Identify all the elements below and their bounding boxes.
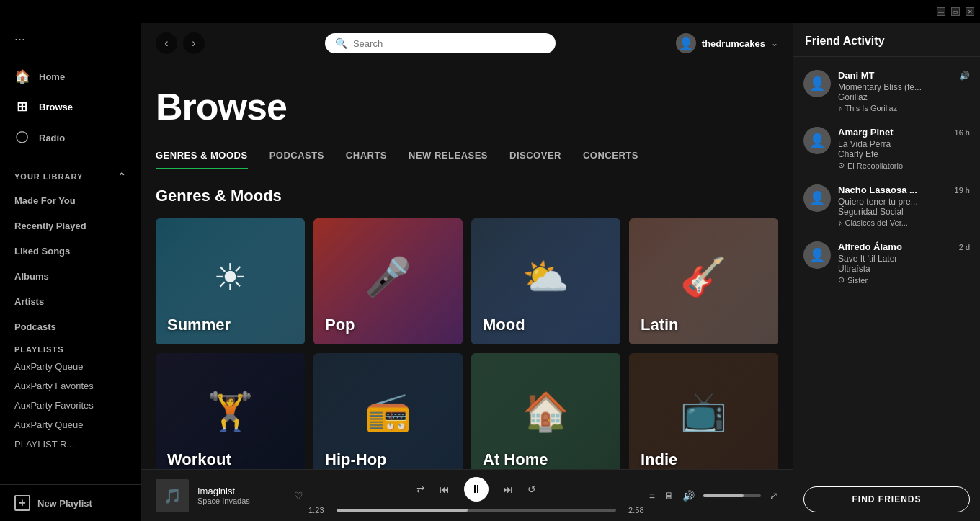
friend-item-amarg-pinet[interactable]: 👤 Amarg Pinet 16 h La Vida Perra Charly …: [793, 120, 980, 177]
volume-icon[interactable]: 🔊: [682, 490, 695, 502]
sidebar-item-artists[interactable]: Artists: [0, 289, 141, 314]
library-chevron-icon[interactable]: ⌃: [117, 171, 127, 182]
tab-discover[interactable]: DISCOVER: [509, 143, 561, 169]
friend-item-dani-mt[interactable]: 👤 Dani MT 🔊 Momentary Bliss (fe... Goril…: [793, 63, 980, 120]
search-input[interactable]: [353, 38, 545, 49]
previous-button[interactable]: ⏮: [440, 484, 450, 495]
sidebar-item-liked-songs[interactable]: Liked Songs: [0, 239, 141, 264]
browse-icon: ⊞: [14, 99, 29, 115]
home-icon: 🏠: [14, 68, 29, 84]
tab-genres-moods[interactable]: GENRES & MOODS: [156, 143, 248, 169]
genre-card-pop[interactable]: 🎤 Pop: [313, 218, 463, 344]
progress-fill: [337, 509, 468, 512]
friend-item-nacho[interactable]: 👤 Nacho Lasaosa ... 19 h Quiero tener tu…: [793, 177, 980, 234]
playlist-item-4[interactable]: AuxParty Queue: [0, 415, 141, 435]
sidebar-item-radio[interactable]: 〇 Radio: [0, 122, 141, 153]
minimize-button[interactable]: —: [937, 7, 945, 16]
tab-new-releases[interactable]: NEW RELEASES: [409, 143, 488, 169]
playlist-item-5[interactable]: PLAYLIST R...: [0, 435, 141, 454]
playlist-item-2[interactable]: AuxParty Favorites: [0, 376, 141, 396]
latin-icon: 🎸: [680, 255, 727, 299]
queue-icon[interactable]: ≡: [649, 490, 655, 502]
sidebar-item-made-for-you[interactable]: Made For You: [0, 188, 141, 213]
sidebar-item-albums[interactable]: Albums: [0, 264, 141, 289]
friend-item-alfredo[interactable]: 👤 Alfredo Álamo 2 d Save It 'til Later U…: [793, 234, 980, 292]
tab-podcasts[interactable]: PODCASTS: [270, 143, 324, 169]
friend-playlist-row-dani: ♪ This Is Gorillaz: [838, 104, 970, 112]
progress-bar[interactable]: [337, 509, 616, 512]
friend-playlist-row-nacho: ♪ Clásicos del Ver...: [838, 218, 970, 227]
maximize-button[interactable]: ▭: [951, 7, 960, 16]
total-time: 2:58: [623, 506, 649, 515]
friend-playlist-alfredo: Sister: [847, 276, 868, 285]
like-button[interactable]: ♡: [294, 490, 303, 502]
friend-playlist-amarg: El Recopilatorio: [847, 161, 903, 170]
friend-name-dani: Dani MT: [838, 70, 875, 81]
friend-track-nacho: Quiero tener tu pre...: [838, 197, 970, 207]
plus-icon: +: [14, 495, 30, 511]
user-chevron-icon: ⌄: [771, 38, 778, 48]
genre-card-mood[interactable]: ⛅ Mood: [471, 218, 620, 344]
radio-icon: 〇: [14, 129, 29, 146]
current-time: 1:23: [303, 506, 329, 515]
friend-activity-list: 👤 Dani MT 🔊 Momentary Bliss (fe... Goril…: [793, 57, 980, 478]
genre-card-hiphop[interactable]: 📻 Hip-Hop: [313, 353, 463, 469]
tab-charts[interactable]: CHARTS: [346, 143, 387, 169]
genre-card-at-home[interactable]: 🏠 At Home: [471, 353, 620, 469]
friend-name-row-dani: Dani MT 🔊: [838, 70, 970, 81]
forward-button[interactable]: ›: [183, 32, 205, 54]
workout-icon: 🏋: [207, 390, 254, 434]
tabs-bar: GENRES & MOODS PODCASTS CHARTS NEW RELEA…: [156, 143, 778, 169]
summer-icon: ☀: [213, 256, 247, 299]
friend-avatar-amarg: 👤: [803, 127, 831, 154]
library-label: YOUR LIBRARY: [14, 172, 83, 181]
sidebar-item-label-radio: Radio: [39, 133, 65, 143]
repeat-button[interactable]: ↺: [527, 484, 536, 495]
friend-avatar-alfredo: 👤: [803, 241, 831, 269]
library-items: Made For You Recently Played Liked Songs…: [0, 188, 141, 484]
friend-name-alfredo: Alfredo Álamo: [838, 241, 902, 252]
playlist-item-3[interactable]: AuxParty Favorites: [0, 396, 141, 415]
sidebar-item-home[interactable]: 🏠 Home: [0, 61, 141, 92]
fullscreen-button[interactable]: ⤢: [770, 490, 778, 502]
back-button[interactable]: ‹: [156, 32, 177, 54]
album-art: 🎵: [156, 479, 189, 512]
device-icon[interactable]: 🖥: [664, 490, 674, 502]
recently-played-label: Recently Played: [14, 221, 86, 231]
friend-time-nacho: 19 h: [955, 186, 970, 195]
close-button[interactable]: ✕: [966, 7, 974, 16]
volume-bar[interactable]: [703, 494, 761, 497]
player-track-info: 🎵 Imaginist Space Invadas ♡: [156, 479, 303, 512]
titlebar: — ▭ ✕: [0, 0, 980, 23]
friend-activity-title: Friend Activity: [793, 23, 980, 57]
library-section-header: YOUR LIBRARY ⌃: [0, 159, 141, 188]
play-pause-button[interactable]: ⏸: [464, 477, 489, 502]
find-friends-button[interactable]: FIND FRIENDS: [803, 486, 970, 512]
genre-card-indie[interactable]: 📺 Indie: [629, 353, 778, 469]
friend-playlist-nacho: Clásicos del Ver...: [845, 218, 908, 227]
search-bar[interactable]: 🔍: [325, 33, 556, 53]
user-area[interactable]: 👤 thedrumcakes ⌄: [676, 33, 778, 53]
username-label: thedrumcakes: [702, 38, 765, 49]
genre-card-summer[interactable]: ☀ Summer: [156, 218, 305, 344]
topbar: ‹ › 🔍 👤 thedrumcakes ⌄: [141, 23, 793, 63]
sidebar-item-recently-played[interactable]: Recently Played: [0, 213, 141, 239]
genre-label-pop: Pop: [325, 316, 355, 334]
sidebar-item-browse[interactable]: ⊞ Browse: [0, 92, 141, 122]
tab-concerts[interactable]: CONCERTS: [583, 143, 638, 169]
playlist-item-1[interactable]: AuxParty Queue: [0, 357, 141, 376]
genre-card-latin[interactable]: 🎸 Latin: [629, 218, 778, 344]
sidebar-menu-dots[interactable]: ···: [0, 23, 141, 55]
genre-card-workout[interactable]: 🏋 Workout: [156, 353, 305, 469]
sidebar-item-podcasts[interactable]: Podcasts: [0, 314, 141, 339]
shuffle-button[interactable]: ⇄: [416, 484, 425, 495]
friend-playlist-row-alfredo: ⊙ Sister: [838, 275, 970, 285]
friend-playlist-dani: This Is Gorillaz: [845, 104, 898, 112]
new-playlist-button[interactable]: + New Playlist: [0, 484, 141, 521]
sidebar-item-label-home: Home: [39, 71, 65, 82]
next-button[interactable]: ⏭: [503, 484, 513, 495]
albums-label: Albums: [14, 271, 49, 282]
artists-label: Artists: [14, 296, 44, 307]
at-home-icon: 🏠: [522, 390, 569, 434]
friend-artist-nacho: Seguridad Social: [838, 207, 970, 217]
